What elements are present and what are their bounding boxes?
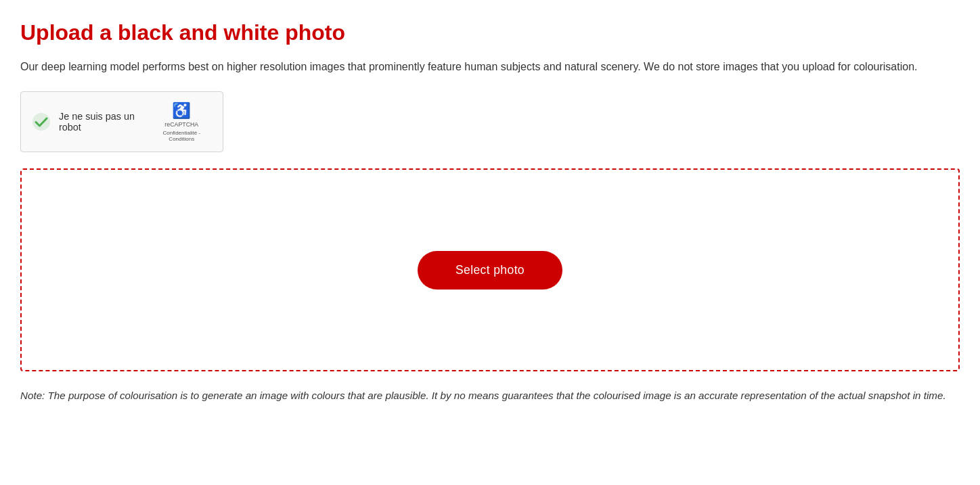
page-title: Upload a black and white photo [20, 20, 960, 45]
recaptcha-privacy[interactable]: Confidentialité [162, 130, 197, 136]
captcha-label: Je ne suis pas un robot [59, 111, 152, 133]
captcha-widget[interactable]: Je ne suis pas un robot ♿ reCAPTCHA Conf… [20, 91, 223, 152]
description-text: Our deep learning model performs best on… [20, 59, 960, 75]
upload-drop-zone[interactable]: Select photo [20, 168, 960, 371]
select-photo-button[interactable]: Select photo [418, 251, 562, 290]
captcha-checkmark-icon [32, 112, 51, 131]
note-text: Note: The purpose of colourisation is to… [20, 388, 960, 404]
recaptcha-logo-icon: ♿ [172, 101, 191, 120]
recaptcha-separator: - [198, 130, 200, 136]
recaptcha-links: Confidentialité - Conditions [152, 130, 212, 142]
recaptcha-brand: reCAPTCHA [164, 121, 198, 129]
recaptcha-terms[interactable]: Conditions [169, 136, 194, 142]
